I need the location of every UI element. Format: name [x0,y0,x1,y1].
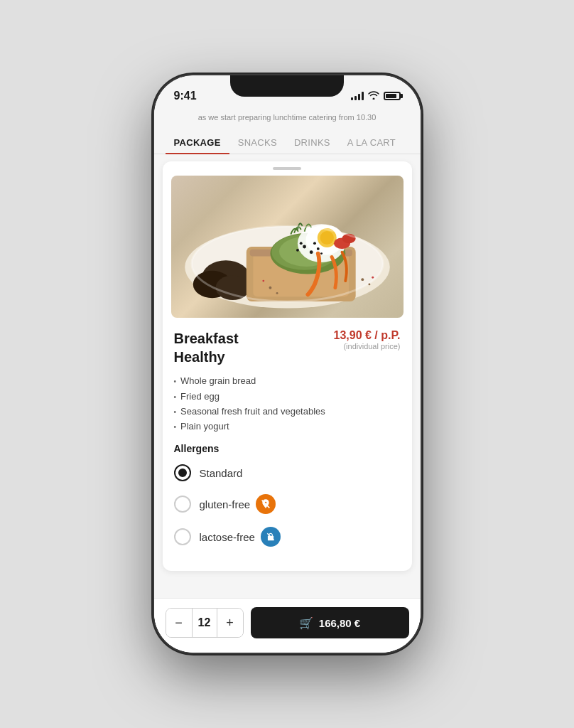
battery-icon [384,92,401,100]
allergen-label-standard: Standard [200,467,243,479]
scroll-indicator-bar [273,167,301,170]
allergen-label-lactose: lactose-free [200,531,255,543]
radio-inner [178,469,187,477]
svg-point-15 [303,245,306,249]
tab-drinks[interactable]: DRINKS [286,132,339,154]
quantity-decrease-button[interactable]: − [166,609,192,637]
wifi-icon [368,91,379,102]
svg-point-29 [262,280,264,282]
svg-point-14 [320,231,333,245]
product-info: Breakfast Healthy 13,90 € / p.P. (indivi… [163,318,412,433]
ingredients-list: • Whole grain bread • Fried egg • Season… [174,375,401,433]
svg-point-4 [215,276,249,301]
ingredient-2: • Fried egg [174,390,401,403]
lactose-badge [261,527,281,547]
bullet-icon: • [174,407,177,417]
allergens-section: Allergens Standard gluten-free [163,443,412,571]
svg-point-26 [276,292,278,294]
product-title: Breakfast Healthy [174,329,239,366]
bullet-icon: • [174,422,177,432]
allergen-option-gluten[interactable]: gluten-free [174,494,401,514]
signal-icon [351,92,364,100]
gluten-badge [256,494,276,514]
svg-point-28 [368,284,370,286]
phone-frame: 9:41 as we [154,75,421,653]
ingredient-3: • Seasonal fresh fruit and vegetables [174,405,401,418]
food-image [171,176,404,318]
product-price-note: (individual price) [334,342,401,350]
quantity-control: − 12 + [166,608,244,638]
svg-point-21 [299,242,302,245]
svg-point-19 [316,247,319,250]
tab-snacks[interactable]: SNACKS [229,132,286,154]
bottom-bar: − 12 + 🛒 166,80 € [154,598,421,653]
allergen-option-standard[interactable]: Standard [174,464,401,481]
svg-point-16 [313,242,316,245]
product-price: 13,90 € / p.P. [334,329,401,342]
ingredient-1: • Whole grain bread [174,375,401,387]
status-time: 9:41 [174,90,197,102]
top-info: as we start preparing lunchtime catering… [154,107,421,127]
tab-bar: PACKAGE SNACKS DRINKS A LA CART [154,127,421,154]
svg-point-25 [269,287,271,289]
ingredient-4: • Plain yogurt [174,420,401,433]
scroll-container[interactable]: Breakfast Healthy 13,90 € / p.P. (indivi… [154,154,421,619]
status-icons [351,91,401,102]
radio-gluten[interactable] [174,496,191,513]
food-image-placeholder [171,176,404,318]
tab-package[interactable]: PACKAGE [166,132,229,154]
tab-alacart[interactable]: A LA CART [339,132,404,154]
bullet-icon: • [174,392,177,402]
allergen-option-lactose[interactable]: lactose-free [174,527,401,547]
svg-point-17 [309,251,313,255]
product-header: Breakfast Healthy 13,90 € / p.P. (indivi… [174,329,401,366]
allergen-label-gluten: gluten-free [200,498,251,510]
allergens-title: Allergens [174,443,401,454]
product-price-block: 13,90 € / p.P. (individual price) [334,329,401,350]
svg-point-30 [372,277,374,279]
cart-total: 166,80 € [319,617,360,629]
add-to-cart-button[interactable]: 🛒 166,80 € [251,607,409,638]
bullet-icon: • [174,377,177,387]
scroll-indicator [163,161,412,176]
app-content: as we start preparing lunchtime catering… [154,107,421,653]
quantity-value: 12 [192,609,217,637]
svg-point-20 [320,253,323,255]
radio-lactose[interactable] [174,528,191,545]
quantity-increase-button[interactable]: + [217,609,243,637]
radio-standard[interactable] [174,464,191,481]
svg-point-18 [296,249,299,252]
notch [230,75,344,97]
svg-point-27 [361,279,364,282]
screen: 9:41 as we [154,75,421,653]
top-info-text: as we start preparing lunchtime catering… [198,113,377,122]
cart-icon: 🛒 [299,616,313,630]
product-card: Breakfast Healthy 13,90 € / p.P. (indivi… [163,161,412,571]
